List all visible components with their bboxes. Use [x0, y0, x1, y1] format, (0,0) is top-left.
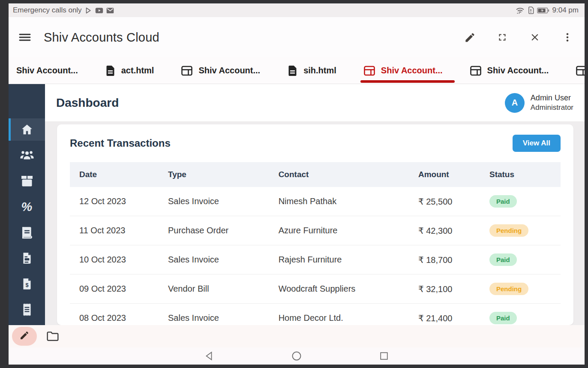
cell-contact: Azure Furniture: [279, 216, 418, 245]
tab-shiv-accounts-1[interactable]: Shiv Account...: [16, 57, 78, 84]
device-screen: Emergency calls only 9:04 pm: [9, 3, 585, 365]
table-row: 11 Oct 2023 Purchase Order Azure Furnitu…: [70, 216, 561, 245]
cell-type: Purchase Order: [168, 216, 279, 245]
status-badge: Pending: [489, 224, 528, 237]
cell-amount: ₹ 32,100: [418, 274, 489, 304]
cell-date: 08 Oct 2023: [70, 304, 168, 326]
tab-sih-html[interactable]: sih.html: [288, 57, 336, 84]
percent-icon: %: [21, 200, 33, 214]
tab-shiv-accounts-2[interactable]: Shiv Account...: [181, 57, 260, 84]
cell-contact: Nimesh Pathak: [279, 187, 418, 216]
column-header-amount: Amount: [418, 162, 489, 187]
page-header: Dashboard A Admin User Administrator: [45, 84, 585, 122]
youtube-icon: [95, 7, 103, 14]
table-row: 12 Oct 2023 Sales Invoice Nimesh Pathak …: [70, 187, 561, 216]
edit-fab[interactable]: [12, 327, 37, 346]
cell-contact: Home Decor Ltd.: [279, 304, 418, 326]
sidebar-item-ledger[interactable]: [9, 221, 45, 244]
window-icon: [364, 66, 375, 76]
tab-label: act.html: [121, 66, 154, 75]
status-badge: Paid: [489, 195, 517, 208]
gmail-icon: [106, 7, 114, 14]
dashboard-content: Recent Transactions View All Date Type C…: [45, 122, 585, 325]
edit-icon[interactable]: [464, 31, 476, 43]
close-icon[interactable]: [529, 31, 541, 43]
column-header-contact: Contact: [279, 162, 418, 187]
back-icon[interactable]: [204, 350, 215, 362]
editor-bottom-toolbar: [9, 325, 585, 347]
sidebar-item-transactions[interactable]: [9, 299, 45, 321]
fullscreen-icon[interactable]: [496, 31, 508, 43]
folder-icon[interactable]: [46, 331, 59, 342]
app-title: Shiv Accounts Cloud: [44, 30, 159, 45]
android-nav-bar: [9, 347, 585, 365]
users-icon: [20, 149, 34, 162]
tab-shiv-accounts-3[interactable]: Shiv Account...: [470, 57, 549, 84]
sidebar-item-taxes[interactable]: %: [9, 196, 45, 218]
overflow-menu-icon[interactable]: [561, 31, 573, 43]
wifi-icon: [516, 7, 525, 14]
clock-text: 9:04 pm: [552, 6, 579, 15]
cell-date: 09 Oct 2023: [70, 274, 168, 304]
sidebar-item-purchase-orders[interactable]: [9, 247, 45, 269]
cell-date: 10 Oct 2023: [70, 245, 168, 274]
page-title: Dashboard: [56, 96, 119, 110]
svg-text:$: $: [25, 282, 28, 288]
user-chip[interactable]: A Admin User Administrator: [505, 93, 573, 113]
bill-icon: $: [21, 278, 33, 290]
cell-date: 11 Oct 2023: [70, 216, 168, 245]
table-header-row: Date Type Contact Amount Status: [70, 162, 561, 187]
view-all-button[interactable]: View All: [513, 135, 561, 152]
column-header-status: Status: [489, 162, 561, 187]
transactions-table: Date Type Contact Amount Status 12 Oct 2…: [70, 162, 561, 325]
tab-label: Shiv Account...: [381, 66, 443, 75]
sidebar: % $: [9, 84, 45, 325]
home-circle-icon[interactable]: [291, 350, 302, 362]
ledger-icon: [21, 226, 33, 239]
sidebar-item-products[interactable]: [9, 170, 45, 192]
tab-act-html[interactable]: act.html: [105, 57, 154, 84]
tab-label: Shiv Account...: [16, 66, 78, 75]
play-store-icon: [85, 7, 92, 14]
tab-ecofinds[interactable]: EcoFinds -: [576, 57, 585, 84]
table-row: 10 Oct 2023 Sales Invoice Rajesh Furnitu…: [70, 245, 561, 274]
purchase-order-icon: [21, 252, 33, 265]
sim-alert-icon: [528, 6, 534, 14]
window-icon: [181, 66, 192, 76]
cell-type: Sales Invoice: [168, 245, 279, 274]
user-role: Administrator: [531, 103, 573, 112]
cell-contact: Rajesh Furniture: [279, 245, 418, 274]
window-icon: [470, 66, 481, 76]
recents-icon[interactable]: [378, 350, 390, 362]
pencil-icon: [19, 330, 30, 342]
package-icon: [20, 175, 34, 187]
home-icon: [21, 123, 33, 136]
status-badge: Paid: [489, 312, 517, 324]
cell-amount: ₹ 42,300: [418, 216, 489, 245]
sidebar-item-contacts[interactable]: [9, 144, 45, 166]
sidebar-item-bills[interactable]: $: [9, 273, 45, 295]
status-bar: Emergency calls only 9:04 pm: [9, 3, 585, 17]
tab-label: Shiv Account...: [198, 66, 260, 75]
document-icon: [105, 65, 115, 76]
tab-bar: Shiv Account... act.html Shiv Account...…: [9, 57, 585, 84]
carrier-text: Emergency calls only: [13, 6, 82, 15]
tab-label: Shiv Account...: [487, 66, 549, 75]
status-badge: Paid: [489, 253, 517, 266]
document-icon: [288, 65, 297, 76]
avatar: A: [505, 93, 525, 113]
sidebar-item-dashboard[interactable]: [9, 118, 45, 141]
status-badge: Pending: [489, 283, 528, 295]
user-name: Admin User: [531, 93, 573, 103]
menu-icon[interactable]: [18, 30, 33, 45]
column-header-type: Type: [168, 162, 279, 187]
cell-date: 12 Oct 2023: [70, 187, 168, 216]
cell-type: Vendor Bill: [168, 274, 279, 304]
table-row: 09 Oct 2023 Vendor Bill Woodcraft Suppli…: [70, 274, 561, 304]
battery-charging-icon: [537, 7, 549, 14]
section-title: Recent Transactions: [70, 137, 171, 149]
tab-shiv-accounts-active[interactable]: Shiv Account...: [364, 57, 443, 84]
tab-label: sih.html: [303, 66, 336, 75]
cell-amount: ₹ 18,700: [418, 245, 489, 274]
table-row: 08 Oct 2023 Sales Invoice Home Decor Ltd…: [70, 304, 561, 326]
